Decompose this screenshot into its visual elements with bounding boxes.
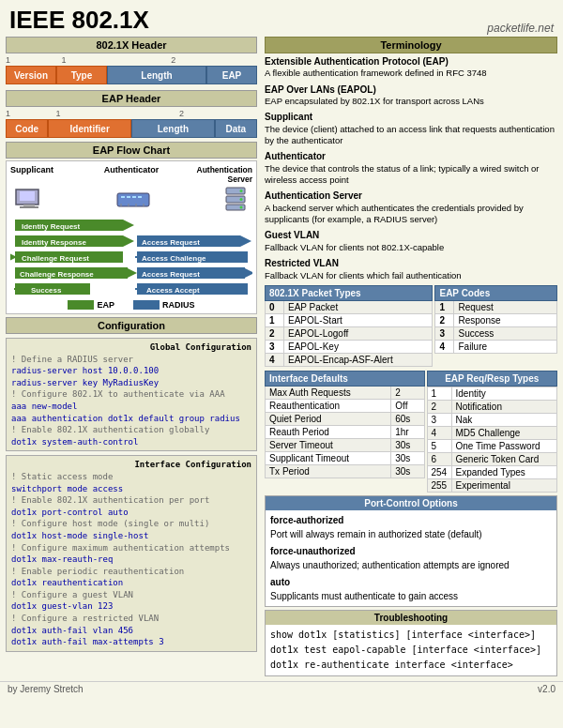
iface-row-reauth-period-val: 1hr <box>391 425 424 438</box>
cfg-g-3: radius-server key MyRadiusKey <box>11 378 159 387</box>
field-length: Length <box>107 66 206 84</box>
eap-codes-header: EAP Codes <box>435 285 557 300</box>
eap-req-resp-section: EAP Req/Resp Types 1 Identity 2 Notifica… <box>427 371 558 493</box>
port-ctrl-term-auto: auto <box>270 577 290 587</box>
table-row: 2 Notification <box>427 400 557 413</box>
flow-chart: Supplicant Authenticator Authentication … <box>6 160 257 314</box>
device-supplicant <box>14 188 44 214</box>
page-title: IEEE 802.1X <box>9 6 149 35</box>
eap-header-title: EAP Header <box>6 90 257 107</box>
svg-rect-2 <box>23 205 35 206</box>
iface-row-supp-timeout-name: Supplicant Timeout <box>266 451 391 464</box>
port-ctrl-term-fu: force-unauthorized <box>270 546 356 556</box>
field-type: Type <box>56 66 107 84</box>
port-ctrl-term-fa: force-authorized <box>270 515 343 525</box>
eap-name-2: Response <box>454 313 557 326</box>
cfg-i-5: ! Configure host mode (single or multi) <box>11 519 209 528</box>
legend-eap: EAP <box>97 300 114 310</box>
cfg-g-8: dot1x system-auth-control <box>11 437 138 447</box>
cfg-i-9: ! Enable periodic reauthentication <box>11 567 184 576</box>
eap-codes-table: EAP Codes 1 Request 2 Response 3 Succe <box>434 285 557 354</box>
pkt-name-0: EAP Packet <box>284 300 433 313</box>
reqresp-name-4: MD5 Challenge <box>451 426 557 439</box>
iface-defaults-header: Interface Defaults <box>266 371 425 386</box>
port-control-header: Port-Control Options <box>266 496 556 510</box>
table-row: 4 MD5 Challenge <box>427 426 557 439</box>
svg-point-17 <box>240 198 243 201</box>
reqresp-name-1: Identity <box>451 387 557 400</box>
svg-text:Challenge Response: Challenge Response <box>20 270 94 279</box>
config-title: Configuration <box>6 317 257 334</box>
trouble-cmd-2: dot1x test eapol-capable [interface <int… <box>270 643 552 658</box>
troubleshooting-section: Troubleshooting show dot1x [statistics] … <box>265 610 557 676</box>
svg-text:Access Request: Access Request <box>142 238 200 247</box>
table-row: 255 Experimental <box>427 478 557 492</box>
svg-rect-3 <box>20 206 38 208</box>
cfg-g-5: aaa new-model <box>11 402 77 411</box>
packet-eap-tables: 802.1X Packet Types 0 EAP Packet 1 EAPOL… <box>265 285 557 369</box>
flow-label-supplicant: Supplicant <box>10 165 91 184</box>
eap-code-2: 2 <box>435 313 454 326</box>
table-row: 3 Success <box>435 326 557 340</box>
pkt-num-3: 3 <box>266 340 284 353</box>
footer-version: v2.0 <box>538 684 555 694</box>
eap-code-1: 1 <box>435 300 454 313</box>
port-ctrl-def-fu: Always unauthorized; authentication atte… <box>270 560 510 570</box>
terminology-header: Terminology <box>265 37 557 53</box>
field-identifier: Identifier <box>48 119 131 138</box>
reqresp-name-255: Experimental <box>451 478 557 492</box>
troubleshooting-body: show dot1x [statistics] [interface <inte… <box>266 625 556 675</box>
term-restricted-vlan: Restricted VLAN Fallback VLAN for client… <box>265 257 557 281</box>
reqresp-name-254: Expanded Types <box>451 465 557 478</box>
svg-text:Access Challenge: Access Challenge <box>142 254 206 263</box>
legend-radius: RADIUS <box>162 300 195 310</box>
port-ctrl-def-auto: Supplicants must authenticate to gain ac… <box>270 591 458 601</box>
cfg-i-2: switchport mode access <box>11 484 123 493</box>
dot1x-header-title: 802.1X Header <box>6 37 257 53</box>
svg-rect-6 <box>127 196 130 198</box>
svg-rect-8 <box>138 196 142 198</box>
trouble-cmd-1: show dot1x [statistics] [interface <inte… <box>270 628 552 643</box>
device-auth-server <box>222 186 249 214</box>
reqresp-name-5: One Time Password <box>451 439 557 452</box>
table-row: Supplicant Timeout 30s <box>266 451 425 464</box>
term-auth-server: Authentication Server A backend server w… <box>265 190 557 225</box>
cfg-i-14: dot1x auth-fail vlan 456 <box>11 626 133 635</box>
dot1x-header-nums: 1 1 2 <box>6 55 257 66</box>
svg-text:Access Accept: Access Accept <box>146 286 200 295</box>
eap-code-4: 4 <box>435 340 454 353</box>
pkt-num-0: 0 <box>266 300 284 313</box>
field-code: Code <box>6 119 48 138</box>
packet-types-section: 802.1X Packet Types 0 EAP Packet 1 EAPOL… <box>265 285 433 369</box>
iface-row-server-timeout-val: 30s <box>391 438 424 451</box>
cfg-g-1: ! Define a RADIUS server <box>11 355 133 364</box>
cfg-i-12: dot1x guest-vlan 123 <box>11 601 113 611</box>
eap-name-4: Failure <box>454 340 557 353</box>
table-row: 2 EAPOL-Logoff <box>266 326 433 340</box>
eap-req-resp-header: EAP Req/Resp Types <box>427 371 558 387</box>
flow-label-authenticator: Authenticator <box>91 165 172 184</box>
table-row: 4 Failure <box>435 340 557 353</box>
table-row: 5 One Time Password <box>427 439 557 452</box>
port-control-section: Port-Control Options force-authorized Po… <box>265 495 557 607</box>
interface-defaults-section: Interface Defaults Max Auth Requests 2 R… <box>265 371 425 493</box>
term-eap: Extensible Authentication Protocol (EAP)… <box>265 55 557 80</box>
eap-code-3: 3 <box>435 326 454 340</box>
port-ctrl-def-fa: Port will always remain in authorized st… <box>270 529 482 539</box>
iface-config-blank <box>11 459 16 471</box>
table-row: Quiet Period 60s <box>266 412 425 425</box>
table-row: 1 EAPOL-Start <box>266 313 433 326</box>
eap-fields: Code Identifier Length Data <box>6 119 257 138</box>
term-supplicant: Supplicant The device (client) attached … <box>265 111 557 146</box>
table-row: Server Timeout 30s <box>266 438 425 451</box>
port-control-body: force-authorized Port will always remain… <box>266 510 556 606</box>
term-guest-vlan: Guest VLAN Fallback VLAN for clients not… <box>265 229 557 253</box>
interface-defaults-table: Interface Defaults Max Auth Requests 2 R… <box>265 371 425 478</box>
iface-row-maxauth-val: 2 <box>391 386 424 399</box>
field-data: Data <box>215 119 257 138</box>
cfg-i-7: ! Configure maximum authentication attem… <box>11 543 230 553</box>
eap-name-1: Request <box>454 300 557 313</box>
reqresp-num-254: 254 <box>427 465 451 478</box>
interface-config: Interface Configuration ! Static access … <box>6 455 257 652</box>
table-row: Max Auth Requests 2 <box>266 386 425 399</box>
